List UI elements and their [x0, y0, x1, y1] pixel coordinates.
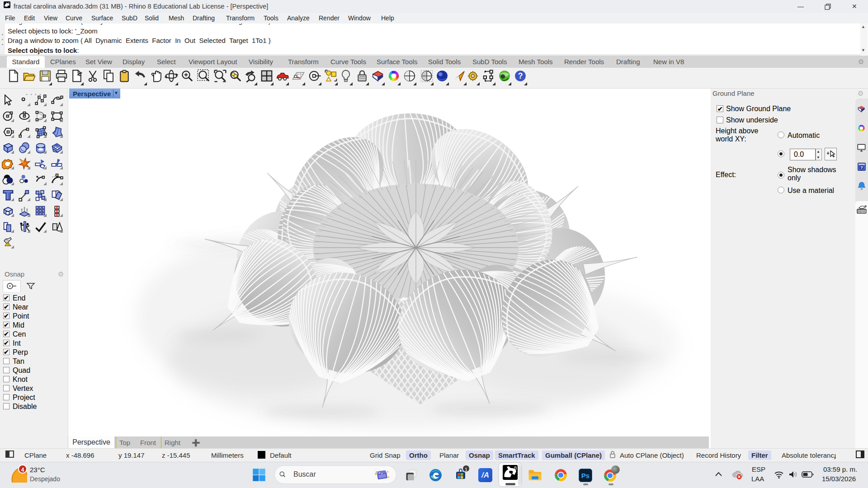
svg-text:?: ?	[518, 71, 523, 80]
svg-text:8: 8	[8, 2, 9, 5]
svg-text:?: ?	[860, 165, 863, 170]
svg-text:8: 8	[514, 465, 517, 471]
